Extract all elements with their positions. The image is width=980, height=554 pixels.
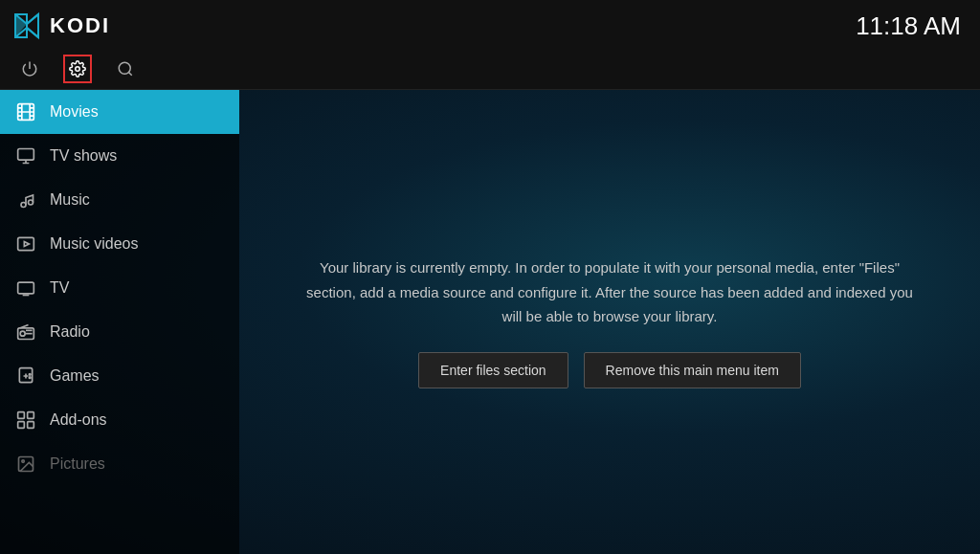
settings-button[interactable] [63,55,92,83]
sidebar-label-radio: Radio [50,323,90,341]
music-icon [15,189,36,211]
svg-rect-27 [28,412,34,419]
svg-rect-29 [28,422,34,429]
svg-marker-2 [27,14,38,37]
svg-rect-26 [18,412,25,419]
radio-icon [15,321,36,343]
kodi-logo-icon [11,11,42,41]
header: KODI 11:18 AM [0,0,980,48]
power-button[interactable] [15,55,44,83]
svg-point-31 [22,460,24,463]
games-icon [15,366,36,387]
sidebar: Movies TV shows Music [0,90,239,554]
sidebar-item-add-ons[interactable]: Add-ons [0,398,239,442]
svg-line-6 [27,28,38,37]
sidebar-label-games: Games [50,367,100,385]
sidebar-label-pictures: Pictures [50,455,105,473]
svg-line-12 [128,72,131,75]
enter-files-button[interactable]: Enter files section [418,352,568,388]
svg-rect-14 [18,149,34,161]
app-title: KODI [50,13,110,38]
svg-point-24 [29,374,31,376]
svg-rect-28 [18,422,25,429]
music-videos-icon [15,233,36,255]
sidebar-item-music-videos[interactable]: Music videos [0,222,239,266]
remove-menu-item-button[interactable]: Remove this main menu item [584,352,801,388]
movies-icon [15,101,36,122]
svg-line-5 [27,14,38,24]
sidebar-label-music-videos: Music videos [50,235,138,253]
sidebar-label-tv-shows: TV shows [50,147,117,165]
svg-marker-1 [15,14,27,37]
svg-point-10 [76,66,80,71]
search-button[interactable] [111,55,140,83]
sidebar-label-movies: Movies [50,103,99,121]
content-area: Your library is currently empty. In orde… [239,90,980,554]
svg-point-21 [20,331,25,336]
logo: KODI [11,11,110,41]
sidebar-label-add-ons: Add-ons [50,411,107,429]
svg-rect-17 [18,237,34,250]
tv-shows-icon [15,145,36,166]
sidebar-item-tv-shows[interactable]: TV shows [0,134,239,178]
sidebar-label-music: Music [50,191,90,209]
sidebar-item-tv[interactable]: TV [0,266,239,310]
sidebar-item-music[interactable]: Music [0,178,239,222]
action-buttons: Enter files section Remove this main men… [418,352,801,388]
svg-point-25 [29,377,31,379]
pictures-icon [15,454,36,475]
sidebar-label-tv: TV [50,279,69,297]
sidebar-item-pictures[interactable]: Pictures [0,442,239,486]
sidebar-item-radio[interactable]: Radio [0,310,239,354]
addons-icon [15,410,36,431]
sidebar-item-games[interactable]: Games [0,354,239,398]
toolbar [0,48,980,90]
svg-rect-19 [18,282,34,294]
tv-icon [15,277,36,299]
main-content: Movies TV shows Music [0,90,980,554]
svg-marker-18 [24,242,29,247]
sidebar-item-movies[interactable]: Movies [0,90,239,134]
empty-library-message: Your library is currently empty. In orde… [297,255,923,329]
empty-library-panel: Your library is currently empty. In orde… [297,255,923,388]
svg-point-11 [119,62,130,74]
clock-display: 11:18 AM [856,11,961,41]
